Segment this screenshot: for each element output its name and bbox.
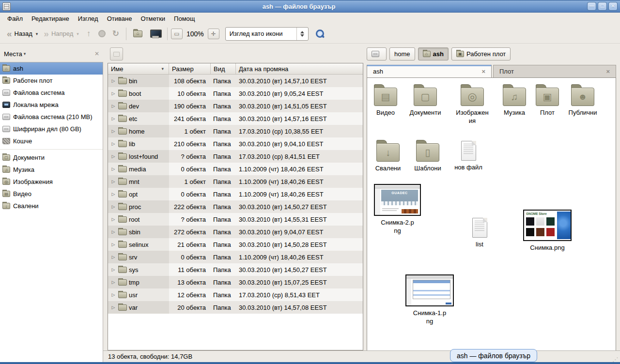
sidebar-item[interactable]: Свалени [0, 200, 103, 212]
menu-item[interactable]: Отиване [103, 14, 137, 24]
column-header-date[interactable]: Дата на промяна [236, 63, 363, 74]
sidebar-item[interactable]: Видео [0, 188, 103, 200]
tab-close-icon[interactable]: × [476, 68, 485, 75]
file-item[interactable]: нов файл [448, 139, 489, 171]
table-row[interactable]: ▷ selinux 21 обекта Папка 30.03.2010 (вт… [108, 238, 363, 251]
menu-item[interactable]: Отметки [136, 14, 170, 24]
table-row[interactable]: ▷ etc 241 обекта Папка 30.03.2010 (вт) 1… [108, 112, 363, 125]
file-item[interactable]: Плот [527, 83, 568, 117]
sidebar-title[interactable]: Места [4, 50, 22, 58]
breadcrumb-button[interactable]: Работен плот [451, 47, 511, 61]
forward-button[interactable]: » Напред ▾ [41, 28, 82, 40]
expander-icon[interactable]: ▷ [110, 280, 116, 285]
maximize-button[interactable]: ▢ [598, 2, 607, 11]
search-button[interactable] [315, 29, 325, 39]
expander-icon[interactable]: ▷ [110, 141, 116, 146]
file-item[interactable]: Снимка-1.png [405, 274, 454, 325]
table-row[interactable]: ▷ lib 210 обекта Папка 30.03.2010 (вт) 9… [108, 137, 363, 150]
expander-icon[interactable]: ▷ [110, 129, 116, 134]
table-row[interactable]: ▷ root ? обекта Папка 30.03.2010 (вт) 14… [108, 213, 363, 226]
expander-icon[interactable]: ▷ [110, 267, 116, 272]
expander-icon[interactable]: ▷ [110, 255, 116, 259]
back-history-dropdown-icon[interactable]: ▾ [36, 31, 38, 36]
table-row[interactable]: ▷ sys 11 обекта Папка 30.03.2010 (вт) 14… [108, 263, 363, 276]
sidebar-item[interactable]: Файлова система (210 MB) [0, 111, 103, 123]
table-row[interactable]: ▷ dev 190 обекта Папка 30.03.2010 (вт) 1… [108, 100, 363, 112]
expander-icon[interactable]: ▷ [110, 104, 116, 108]
sidebar-item[interactable]: ash [0, 62, 103, 75]
file-item[interactable]: Видео [365, 83, 406, 117]
sidebar-dropdown-icon[interactable]: ▾ [24, 51, 94, 56]
file-item[interactable]: GNOME Store Снимка.png [523, 210, 572, 252]
expander-icon[interactable]: ▷ [110, 217, 116, 222]
table-row[interactable]: ▷ mnt 1 обект Папка 1.10.2009 (чт) 18,40… [108, 175, 363, 188]
computer-button[interactable] [146, 28, 164, 40]
expander-icon[interactable]: ▷ [110, 116, 116, 121]
tab[interactable]: ash × [367, 65, 492, 77]
file-item[interactable]: list [459, 216, 500, 248]
sidebar-item[interactable]: Локална мрежа [0, 99, 103, 111]
tab-close-icon[interactable]: × [600, 68, 610, 75]
close-button[interactable]: ✕ [608, 2, 618, 11]
menu-item[interactable]: Изглед [74, 14, 103, 24]
expander-icon[interactable]: ▷ [110, 78, 116, 83]
table-row[interactable]: ▷ boot 10 обекта Папка 30.03.2010 (вт) 9… [108, 87, 363, 100]
menu-item[interactable]: Редактиране [27, 14, 74, 24]
expander-icon[interactable]: ▷ [110, 192, 116, 197]
titlebar[interactable]: ash — файлов браузър — ▢ ✕ [0, 0, 620, 13]
sidebar-item[interactable]: Документи [0, 152, 103, 164]
table-row[interactable]: ▷ srv 0 обекта Папка 1.10.2009 (чт) 18,4… [108, 251, 363, 263]
sidebar-item[interactable]: Кошче [0, 135, 103, 147]
file-item[interactable]: Свалени [368, 139, 408, 172]
expander-icon[interactable]: ▷ [110, 179, 116, 184]
table-row[interactable]: ▷ usr 12 обекта Папка 17.03.2010 (ср) 8,… [108, 288, 363, 301]
expander-icon[interactable]: ▷ [110, 204, 116, 209]
file-item[interactable]: Документи [405, 83, 446, 117]
table-row[interactable]: ▷ lost+found ? обекта Папка 17.03.2010 (… [108, 150, 363, 163]
file-item[interactable]: GUADEC Снимка-2.png [374, 184, 421, 235]
home-button[interactable] [130, 28, 146, 40]
sidebar-item[interactable]: Шифриран дял (80 GB) [0, 123, 103, 135]
table-row[interactable]: ▷ proc 222 обекта Папка 30.03.2010 (вт) … [108, 200, 363, 213]
expander-icon[interactable]: ▷ [110, 167, 116, 171]
expander-icon[interactable]: ▷ [110, 242, 116, 247]
table-row[interactable]: ▷ var 20 обекта Папка 30.03.2010 (вт) 14… [108, 301, 363, 314]
table-row[interactable]: ▷ bin 108 обекта Папка 30.03.2010 (вт) 1… [108, 75, 363, 87]
sidebar-item[interactable]: Работен плот [0, 75, 103, 87]
back-button[interactable]: « Назад ▾ [4, 28, 41, 40]
column-header-name[interactable]: Име ▾ [108, 63, 169, 74]
tab[interactable]: Плот × [493, 65, 616, 77]
breadcrumb-button[interactable]: home [389, 47, 415, 61]
file-item[interactable]: Публични [562, 83, 603, 117]
sidebar-item[interactable]: Изображения [0, 176, 103, 188]
expander-icon[interactable]: ▷ [110, 229, 116, 234]
zoom-in-button[interactable]: ✛ [208, 29, 219, 39]
sidebar-item[interactable]: Файлова система [0, 87, 103, 99]
expander-icon[interactable]: ▷ [110, 292, 116, 297]
table-row[interactable]: ▷ media 0 обекта Папка 1.10.2009 (чт) 18… [108, 163, 363, 175]
expander-icon[interactable]: ▷ [110, 305, 116, 310]
sidebar-item[interactable]: Музика [0, 164, 103, 176]
show-places-button[interactable] [110, 47, 123, 61]
table-row[interactable]: ▷ opt 0 обекта Папка 1.10.2009 (чт) 18,4… [108, 188, 363, 200]
column-header-size[interactable]: Размер [169, 63, 211, 74]
taskbar-window-button[interactable]: ash — файлов браузър [450, 349, 537, 362]
up-button[interactable]: ↑ [82, 28, 95, 40]
file-item[interactable]: Шаблони [407, 139, 448, 172]
menu-item[interactable]: Файл [3, 14, 27, 24]
column-header-type[interactable]: Вид [211, 63, 236, 74]
expander-icon[interactable]: ▷ [110, 154, 116, 159]
view-mode-select[interactable]: Изглед като икони [225, 27, 309, 41]
sidebar-close-icon[interactable]: ✕ [94, 50, 99, 57]
table-row[interactable]: ▷ sbin 272 обекта Папка 30.03.2010 (вт) … [108, 226, 363, 238]
reload-button[interactable]: ↻ [109, 28, 123, 40]
menu-item[interactable]: Помощ [170, 14, 199, 24]
minimize-button[interactable]: — [587, 2, 596, 11]
table-row[interactable]: ▷ tmp 13 обекта Папка 30.03.2010 (вт) 15… [108, 276, 363, 288]
breadcrumb-button[interactable]: ash [418, 47, 449, 61]
zoom-out-button[interactable]: ▭ [171, 29, 183, 39]
breadcrumb-button[interactable] [367, 47, 387, 61]
file-item[interactable]: Изображения [452, 83, 493, 125]
expander-icon[interactable]: ▷ [110, 91, 116, 96]
table-row[interactable]: ▷ home 1 обект Папка 17.03.2010 (ср) 10,… [108, 125, 363, 137]
